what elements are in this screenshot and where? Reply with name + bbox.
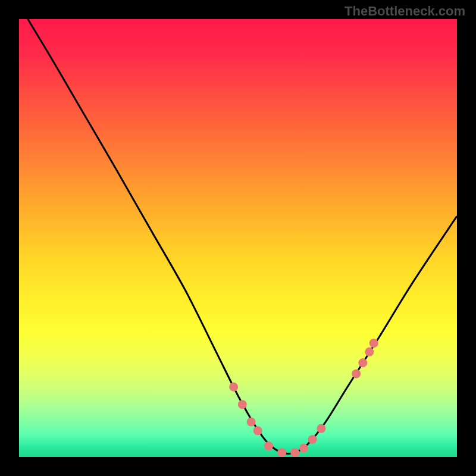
marker-point — [299, 444, 308, 453]
watermark-text: TheBottleneck.com — [345, 4, 465, 19]
marker-point — [358, 358, 367, 367]
marker-point — [365, 347, 374, 356]
plot-area — [19, 19, 457, 457]
marker-point — [317, 424, 325, 433]
marker-point — [238, 400, 247, 409]
marker-point — [369, 339, 378, 347]
marker-point — [290, 448, 299, 457]
marker-point — [277, 448, 286, 457]
marker-point — [352, 369, 361, 378]
chart-container: TheBottleneck.com — [0, 0, 476, 476]
marker-point — [308, 435, 317, 444]
curve-svg — [19, 19, 457, 457]
bottleneck-curve — [28, 19, 457, 453]
marker-point — [264, 441, 273, 450]
marker-point — [253, 426, 262, 435]
marker-point — [247, 418, 256, 427]
marker-points — [229, 339, 378, 457]
marker-point — [229, 383, 238, 392]
